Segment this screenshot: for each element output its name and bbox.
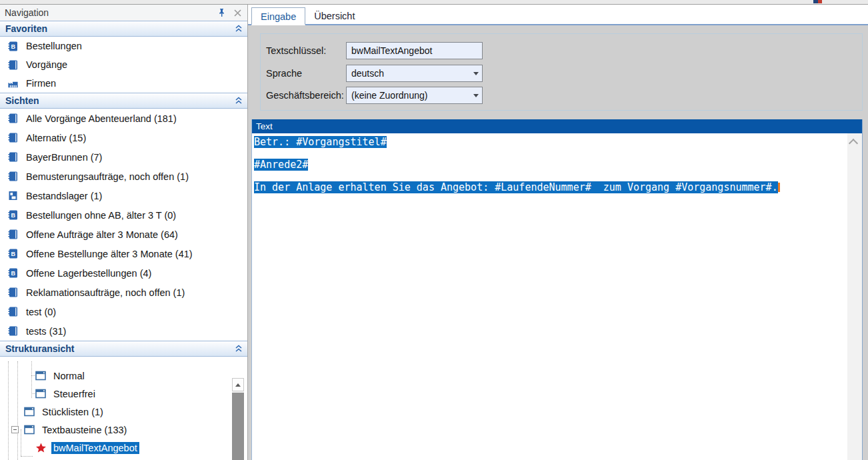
input-textschl-ssel[interactable]: bwMailTextAngebot [346,42,483,59]
selected-text: #Anrede2# [254,159,308,171]
svg-text:B: B [11,43,15,50]
nav-item-label: Bestandslager (1) [26,191,102,201]
sichten-list: Alle Vorgänge Abenteuerland (181)Alterna… [0,109,247,341]
group-header-strukturansicht[interactable]: Strukturansicht [0,341,247,357]
window-icon [35,371,47,381]
tree-node-label: Stücklisten (1) [40,406,105,418]
nav-item-label: Offene Lagerbestellungen (4) [26,268,151,279]
close-icon[interactable] [232,7,243,18]
nav-item-vorg-nge[interactable]: Vorgänge [0,55,247,74]
book-icon [7,171,19,182]
tree-node-label: bwMailTextAngebot [51,442,139,454]
nav-item-label: Offene Aufträge älter 3 Monate (64) [26,229,178,240]
nav-item-label: test (0) [26,307,56,317]
nav-item-tests-31[interactable]: tests (31) [0,321,247,341]
text-editor-body[interactable]: Betr.: #Vorgangstitel##Anrede2#In der An… [252,133,862,460]
editor-line [254,148,780,159]
text-editor-panel: Text Betr.: #Vorgangstitel##Anrede2#In d… [251,119,863,460]
group-header-favoriten[interactable]: Favoriten [0,21,247,37]
form-row-gesch-ftsbereich: Geschäftsbereich:(keine Zuordnung) [261,87,862,104]
text-editor-content[interactable]: Betr.: #Vorgangstitel##Anrede2#In der An… [254,137,780,193]
selected-text: Betr.: #Vorgangstitel# [254,136,387,148]
star-icon [35,443,47,453]
nav-item-label: Alternativ (15) [26,133,86,143]
book-icon [7,59,19,71]
group-header-sichten[interactable]: Sichten [0,93,247,109]
nav-item-label: BayerBrunnen (7) [26,152,102,163]
nav-item-label: Alle Vorgänge Abenteuerland (181) [26,113,177,124]
form-label: Sprache [266,65,302,82]
nav-item-label: Vorgänge [26,59,67,70]
dropdown-arrow-icon[interactable] [473,72,479,75]
tree-node-label: Steuerfrei [51,388,97,400]
tab-bar: EingabeÜbersicht [248,5,868,25]
book-icon [7,229,19,240]
warehouse-icon [7,190,19,201]
tab-bersicht[interactable]: Übersicht [305,7,363,25]
nav-item-label: Bestellungen [26,41,82,51]
tree-node-item[interactable] [0,457,231,460]
tree-scrollbar[interactable] [232,378,244,460]
navigation-panel: Navigation Favoriten BBestellungenVorgän… [0,5,248,460]
nav-item-test-0[interactable]: test (0) [0,302,247,321]
editor-line [254,171,780,182]
nav-item-firmen[interactable]: Firmen [0,74,247,93]
field-value: (keine Zuordnung) [351,90,427,101]
nav-item-bestandslager-1[interactable]: Bestandslager (1) [0,186,247,205]
text-editor-header: Text [252,119,862,133]
nav-item-bayerbrunnen-7[interactable]: BayerBrunnen (7) [0,147,247,167]
group-title: Sichten [5,95,39,106]
nav-item-label: Offene Bestellunge älter 3 Monate (41) [26,249,193,259]
main-content: Textschlüssel:bwMailTextAngebotSprachede… [248,27,868,460]
book-icon [7,306,19,317]
collapse-double-chevron-icon [235,97,242,105]
tree-expander-icon[interactable] [11,426,19,433]
tree-node-label: Normal [51,370,87,382]
tree-node-st-cklisten-1[interactable]: Stücklisten (1) [0,403,231,421]
nav-item-bestellungen-ohne-ab-lter-3-t-0[interactable]: BBestellungen ohne AB, älter 3 T (0) [0,205,247,225]
book-icon [7,113,19,124]
dropdown-sprache[interactable]: deutsch [346,65,483,82]
nav-item-reklamationsauftr-ge-noch-offen-1[interactable]: Reklamationsaufträge, noch offen (1) [0,283,247,302]
book-icon [7,151,19,163]
nav-item-offene-bestellunge-lter-3-monate-41[interactable]: BOffene Bestellunge älter 3 Monate (41) [0,244,247,263]
book-b-icon: B [7,41,19,52]
editor-scrollbar[interactable] [847,133,862,460]
nav-item-bemusterungsauftr-ge-noch-offen-1[interactable]: Bemusterungsaufträge, noch offen (1) [0,167,247,186]
tree-node-steuerfrei[interactable]: Steuerfrei [0,385,231,403]
factory-icon [7,78,19,89]
collapse-double-chevron-icon [235,345,242,353]
toolbar-edge [0,0,868,5]
nav-item-offene-lagerbestellungen-4[interactable]: BOffene Lagerbestellungen (4) [0,263,247,283]
editor-line: In der Anlage erhalten Sie das Angebot: … [254,182,780,193]
dropdown-arrow-icon[interactable] [473,94,479,97]
tree-node-normal[interactable]: Normal [0,367,231,385]
text-caret [778,183,780,192]
scrollbar-thumb[interactable] [232,393,244,460]
form-groupbox: Textschlüssel:bwMailTextAngebotSprachede… [260,33,863,111]
structure-tree: NormalSteuerfreiStücklisten (1)Textbaust… [0,361,247,460]
dropdown-gesch-ftsbereich[interactable]: (keine Zuordnung) [346,87,483,104]
form-row-sprache: Sprachedeutsch [261,65,862,82]
tree-node-textbausteine-133[interactable]: Textbausteine (133) [0,421,231,439]
tree-node-bwmailtextangebot[interactable]: bwMailTextAngebot [0,439,231,457]
window-icon [24,407,35,417]
field-value: bwMailTextAngebot [351,45,432,56]
tab-eingabe[interactable]: Eingabe [251,7,305,25]
book-icon [7,132,19,143]
form-row-textschl-ssel: Textschlüssel:bwMailTextAngebot [261,42,862,59]
scroll-up-chevron-icon[interactable] [850,139,858,144]
favoriten-list: BBestellungenVorgängeFirmen [0,37,247,93]
nav-item-alle-vorg-nge-abenteuerland-181[interactable]: Alle Vorgänge Abenteuerland (181) [0,109,247,128]
book-icon [7,287,19,298]
scroll-up-button[interactable] [232,378,244,391]
nav-item-alternativ-15[interactable]: Alternativ (15) [0,128,247,147]
nav-item-label: Reklamationsaufträge, noch offen (1) [26,287,185,298]
collapse-double-chevron-icon [235,25,242,33]
book-icon [7,325,19,337]
pin-icon[interactable] [216,7,227,18]
group-title: Favoriten [5,23,47,34]
nav-item-label: tests (31) [26,326,66,337]
nav-item-offene-auftr-ge-lter-3-monate-64[interactable]: Offene Aufträge älter 3 Monate (64) [0,225,247,244]
nav-item-bestellungen[interactable]: BBestellungen [0,37,247,55]
